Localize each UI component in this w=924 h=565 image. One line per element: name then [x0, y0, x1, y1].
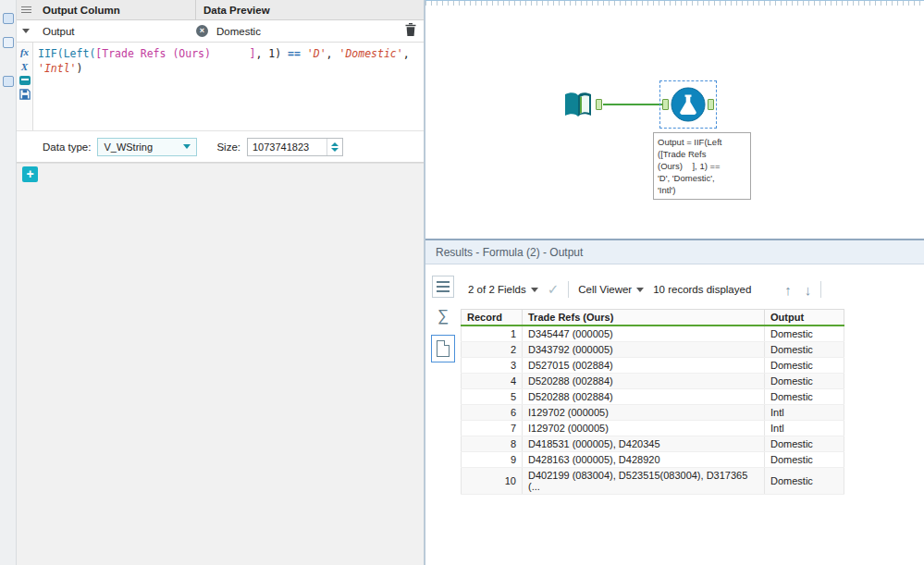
- formula-input-anchor[interactable]: [662, 99, 669, 110]
- table-cell[interactable]: 8: [462, 436, 523, 452]
- table-row[interactable]: 4D520288 (002884)Domestic: [462, 374, 844, 389]
- table-row[interactable]: 9D428163 (000005), D428920Domestic: [462, 452, 844, 468]
- size-label: Size:: [216, 141, 240, 153]
- table-cell[interactable]: I129702 (000005): [523, 405, 765, 421]
- collapse-chevron-icon[interactable]: [17, 29, 35, 33]
- column-header[interactable]: Record: [462, 310, 523, 326]
- scroll-bottom-icon[interactable]: ↓: [805, 282, 812, 298]
- table-cell[interactable]: Domestic: [765, 468, 844, 495]
- table-cell[interactable]: D345447 (000005): [523, 325, 765, 342]
- table-row[interactable]: 8D418531 (000005), D420345Domestic: [462, 436, 844, 452]
- editor-gutter: fx X: [17, 43, 33, 130]
- data-type-value: V_WString: [104, 141, 153, 153]
- size-spinner[interactable]: [326, 139, 342, 155]
- expression-row: Output × Domestic: [17, 20, 424, 43]
- expression-editor[interactable]: fx X IIF(Left([Trade Refs (Ours) ], 1) =…: [17, 43, 424, 131]
- results-view-toggles: ∑: [425, 276, 461, 495]
- table-cell[interactable]: D520288 (002884): [523, 389, 765, 405]
- output-name-field[interactable]: Output: [35, 26, 196, 37]
- right-pane: Output = IIF(Left([Trade Refs(Ours) ], 1…: [425, 0, 924, 565]
- column-header[interactable]: Output: [765, 310, 844, 326]
- table-cell[interactable]: Domestic: [765, 325, 844, 342]
- app-window: Output Column Data Preview Output × Dome…: [0, 0, 924, 565]
- table-cell[interactable]: 4: [462, 374, 523, 389]
- table-cell[interactable]: Domestic: [765, 342, 844, 358]
- results-title: Results - Formula (2) - Output: [425, 240, 924, 264]
- table-cell[interactable]: 3: [462, 358, 523, 374]
- saved-expressions-icon[interactable]: [19, 76, 31, 85]
- spinner-down-icon[interactable]: [331, 148, 339, 152]
- table-row[interactable]: 6I129702 (000005)Intl: [462, 405, 844, 421]
- tool-annotation[interactable]: Output = IIF(Left([Trade Refs(Ours) ], 1…: [653, 132, 751, 200]
- pin-panel-icon[interactable]: [3, 37, 14, 48]
- table-cell[interactable]: I129702 (000005): [523, 421, 765, 436]
- metadata-view-icon[interactable]: ∑: [437, 307, 449, 325]
- apply-check-icon[interactable]: ✓: [548, 281, 560, 298]
- expression-code[interactable]: IIF(Left([Trade Refs (Ours) ], 1) == 'D'…: [33, 43, 424, 130]
- connection-wire: [603, 104, 663, 105]
- table-row[interactable]: 1D345447 (000005)Domestic: [462, 325, 844, 342]
- table-cell[interactable]: D402199 (083004), D523515(083004), D3173…: [523, 468, 765, 495]
- canvas-ruler: [425, 1, 924, 6]
- table-cell[interactable]: 10: [462, 468, 523, 495]
- table-cell[interactable]: Intl: [765, 405, 844, 421]
- column-header[interactable]: Trade Refs (Ours): [523, 310, 765, 326]
- variables-icon[interactable]: X: [21, 61, 28, 72]
- formula-output-anchor[interactable]: [708, 99, 714, 110]
- toolbar-separator: [568, 281, 569, 298]
- table-cell[interactable]: D428163 (000005), D428920: [523, 452, 765, 468]
- table-cell[interactable]: 6: [462, 405, 523, 421]
- table-cell[interactable]: Domestic: [765, 452, 844, 468]
- save-expression-icon[interactable]: [19, 89, 31, 103]
- input-data-tool[interactable]: [561, 89, 595, 122]
- output-column-header: Output Column: [35, 0, 196, 20]
- cell-viewer-dropdown[interactable]: Cell Viewer: [578, 284, 644, 295]
- table-cell[interactable]: Intl: [765, 421, 844, 436]
- table-row[interactable]: 5D520288 (002884)Domestic: [462, 389, 844, 405]
- functions-icon[interactable]: fx: [20, 46, 29, 57]
- formula-tool[interactable]: [670, 86, 707, 123]
- size-input[interactable]: 1073741823: [247, 138, 343, 156]
- workflow-canvas[interactable]: Output = IIF(Left([Trade Refs(Ours) ], 1…: [425, 0, 924, 239]
- table-cell[interactable]: D343792 (000005): [523, 342, 765, 358]
- table-cell[interactable]: 1: [462, 325, 523, 342]
- fields-dropdown[interactable]: 2 of 2 Fields: [468, 284, 538, 295]
- table-cell[interactable]: D527015 (002884): [523, 358, 765, 374]
- table-cell[interactable]: 5: [462, 389, 523, 405]
- table-cell[interactable]: 9: [462, 452, 523, 468]
- formula-tool-icon: [670, 113, 707, 126]
- spinner-up-icon[interactable]: [331, 142, 339, 146]
- left-dock-strip: [0, 0, 17, 565]
- clear-field-icon[interactable]: ×: [196, 25, 208, 37]
- data-preview-value: Domestic: [216, 26, 261, 37]
- results-table[interactable]: RecordTrade Refs (Ours)Output 1D345447 (…: [461, 309, 844, 495]
- expression-columns-header: Output Column Data Preview: [17, 0, 424, 20]
- table-cell[interactable]: Domestic: [765, 436, 844, 452]
- table-cell[interactable]: 2: [462, 342, 523, 358]
- dock-options-icon[interactable]: [3, 76, 14, 87]
- row-grip-icon[interactable]: [17, 0, 35, 19]
- table-cell[interactable]: Domestic: [765, 358, 844, 374]
- delete-expression-button[interactable]: [398, 23, 424, 39]
- table-cell[interactable]: D418531 (000005), D420345: [523, 436, 765, 452]
- data-view-toggle[interactable]: [431, 335, 455, 362]
- scroll-top-icon[interactable]: ↑: [784, 282, 792, 298]
- table-cell[interactable]: Domestic: [765, 374, 844, 389]
- add-expression-button[interactable]: +: [22, 166, 38, 182]
- table-cell[interactable]: 7: [462, 421, 523, 436]
- table-cell[interactable]: D520288 (002884): [523, 374, 765, 389]
- table-row[interactable]: 10D402199 (083004), D523515(083004), D31…: [462, 468, 844, 495]
- table-row[interactable]: 3D527015 (002884)Domestic: [462, 358, 844, 374]
- input-output-anchor[interactable]: [596, 99, 602, 110]
- data-type-dropdown[interactable]: V_WString: [97, 138, 197, 156]
- results-toolbar: 2 of 2 Fields ✓ Cell Viewer 10 records d…: [461, 276, 924, 303]
- column-options-icon[interactable]: [432, 276, 454, 298]
- results-panel: Results - Formula (2) - Output ∑ 2 of 2 …: [425, 239, 924, 565]
- data-type-row: Data type: V_WString Size: 1073741823: [17, 131, 424, 163]
- chevron-down-icon: [636, 288, 644, 292]
- table-row[interactable]: 2D343792 (000005)Domestic: [462, 342, 844, 358]
- panel-toggle-icon[interactable]: [3, 13, 14, 24]
- table-cell[interactable]: Domestic: [765, 389, 844, 405]
- toolbar-separator: [820, 281, 821, 298]
- table-row[interactable]: 7I129702 (000005)Intl: [462, 421, 844, 436]
